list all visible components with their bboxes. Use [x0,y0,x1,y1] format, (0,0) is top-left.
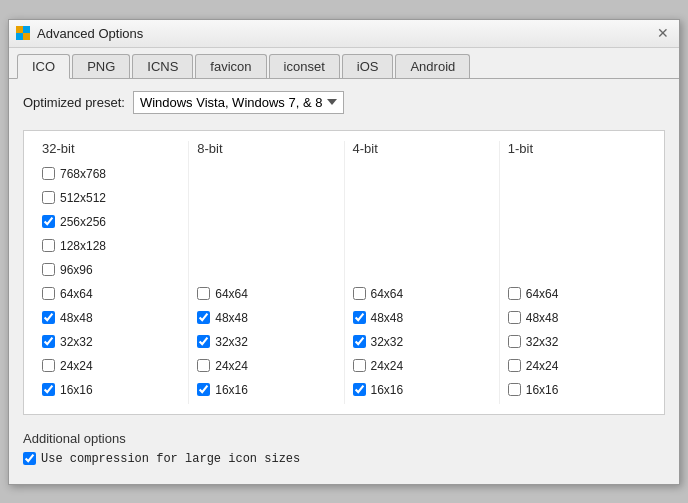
preset-select[interactable]: Windows Vista, Windows 7, & 8Windows XPW… [133,91,344,114]
checkbox-row: 16x16 [42,380,180,400]
checkbox-row [197,164,335,184]
size-label[interactable]: 64x64 [371,287,404,301]
size-checkbox[interactable] [353,359,366,372]
svg-rect-3 [23,33,30,40]
tab-ios[interactable]: iOS [342,54,394,78]
compression-checkbox[interactable] [23,452,36,465]
compression-label[interactable]: Use compression for large icon sizes [41,452,300,466]
preset-label: Optimized preset: [23,95,125,110]
size-checkbox[interactable] [42,311,55,324]
tab-bar: ICOPNGICNSfaviconiconsetiOSAndroid [9,48,679,79]
titlebar-left: Advanced Options [15,25,143,41]
size-checkbox[interactable] [353,311,366,324]
size-label[interactable]: 64x64 [215,287,248,301]
columns-area: 32-bit768x768512x512256x256128x12896x966… [23,130,665,415]
size-label[interactable]: 32x32 [60,335,93,349]
window-title: Advanced Options [37,26,143,41]
checkbox-row [353,164,491,184]
size-checkbox[interactable] [508,311,521,324]
size-label[interactable]: 16x16 [526,383,559,397]
size-checkbox[interactable] [42,335,55,348]
checkbox-row: 16x16 [508,380,646,400]
size-label[interactable]: 24x24 [371,359,404,373]
size-label[interactable]: 64x64 [526,287,559,301]
size-label[interactable]: 24x24 [215,359,248,373]
size-checkbox[interactable] [508,287,521,300]
size-label[interactable]: 48x48 [371,311,404,325]
checkbox-row: 48x48 [197,308,335,328]
close-button[interactable]: ✕ [653,23,673,43]
column-4bit: 4-bit64x6448x4832x3224x2416x16 [345,141,500,404]
content-area: Optimized preset: Windows Vista, Windows… [9,79,679,484]
size-checkbox[interactable] [197,311,210,324]
size-label[interactable]: 24x24 [60,359,93,373]
checkbox-row: 64x64 [42,284,180,304]
checkbox-row [353,212,491,232]
checkbox-row [508,164,646,184]
size-label[interactable]: 32x32 [526,335,559,349]
checkbox-row [353,236,491,256]
checkbox-row: 128x128 [42,236,180,256]
checkbox-row [197,260,335,280]
checkbox-row: 48x48 [42,308,180,328]
size-checkbox[interactable] [197,359,210,372]
size-label[interactable]: 128x128 [60,239,106,253]
checkbox-row: 256x256 [42,212,180,232]
size-checkbox[interactable] [42,239,55,252]
size-label[interactable]: 48x48 [60,311,93,325]
size-label[interactable]: 24x24 [526,359,559,373]
svg-rect-0 [16,26,23,33]
checkbox-row [508,236,646,256]
checkbox-row: 32x32 [353,332,491,352]
size-label[interactable]: 32x32 [215,335,248,349]
tab-png[interactable]: PNG [72,54,130,78]
size-label[interactable]: 16x16 [215,383,248,397]
size-label[interactable]: 768x768 [60,167,106,181]
checkbox-row: 32x32 [197,332,335,352]
size-checkbox[interactable] [42,167,55,180]
size-label[interactable]: 48x48 [215,311,248,325]
size-label[interactable]: 16x16 [60,383,93,397]
size-label[interactable]: 96x96 [60,263,93,277]
size-label[interactable]: 16x16 [371,383,404,397]
columns-container: 32-bit768x768512x512256x256128x12896x966… [34,141,654,404]
size-checkbox[interactable] [508,335,521,348]
checkbox-row: 24x24 [508,356,646,376]
tab-android[interactable]: Android [395,54,470,78]
size-checkbox[interactable] [508,383,521,396]
column-1bit: 1-bit64x6448x4832x3224x2416x16 [500,141,654,404]
tab-iconset[interactable]: iconset [269,54,340,78]
size-checkbox[interactable] [42,287,55,300]
size-checkbox[interactable] [42,263,55,276]
column-title-3: 1-bit [508,141,646,156]
size-label[interactable]: 256x256 [60,215,106,229]
size-checkbox[interactable] [197,287,210,300]
size-checkbox[interactable] [42,359,55,372]
size-label[interactable]: 48x48 [526,311,559,325]
size-label[interactable]: 32x32 [371,335,404,349]
size-label[interactable]: 64x64 [60,287,93,301]
checkbox-row: 48x48 [353,308,491,328]
size-checkbox[interactable] [42,191,55,204]
size-checkbox[interactable] [197,335,210,348]
svg-rect-1 [23,26,30,33]
size-checkbox[interactable] [42,215,55,228]
size-checkbox[interactable] [42,383,55,396]
size-checkbox[interactable] [353,383,366,396]
tab-favicon[interactable]: favicon [195,54,266,78]
size-label[interactable]: 512x512 [60,191,106,205]
column-title-2: 4-bit [353,141,491,156]
tab-ico[interactable]: ICO [17,54,70,79]
app-icon [15,25,31,41]
checkbox-row [197,236,335,256]
column-32bit: 32-bit768x768512x512256x256128x12896x966… [34,141,189,404]
column-title-1: 8-bit [197,141,335,156]
size-checkbox[interactable] [197,383,210,396]
size-checkbox[interactable] [353,335,366,348]
checkbox-row: 768x768 [42,164,180,184]
size-checkbox[interactable] [508,359,521,372]
additional-options: Additional options Use compression for l… [23,425,665,472]
size-checkbox[interactable] [353,287,366,300]
tab-icns[interactable]: ICNS [132,54,193,78]
checkbox-row: 64x64 [353,284,491,304]
